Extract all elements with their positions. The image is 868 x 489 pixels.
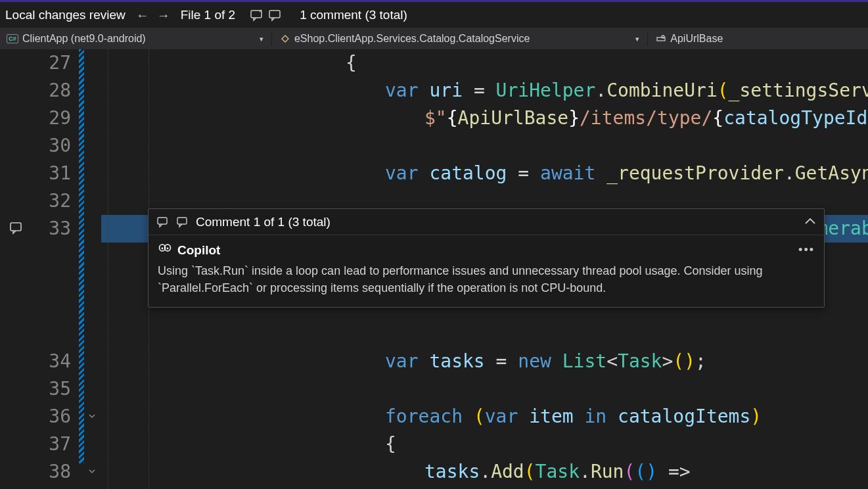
code-line[interactable]: $"{ApiUrlBase}/items/type/{catalogTypeId… (101, 105, 868, 132)
line-number: 32 (33, 187, 71, 215)
prev-comment-icon[interactable] (156, 216, 170, 228)
svg-rect-7 (158, 218, 167, 224)
more-options-button[interactable]: ••• (798, 243, 815, 257)
crumb-namespace-label: eShop.ClientApp.Services.Catalog.Catalog… (294, 33, 530, 45)
comment-popup-body: Copilot ••• Using `Task.Run` inside a lo… (148, 235, 824, 307)
comment-marker-icon[interactable] (9, 221, 24, 237)
next-comment-icon[interactable] (176, 216, 189, 228)
prev-comment-icon[interactable] (250, 9, 264, 22)
glyph-margin: + (0, 49, 33, 489)
code-line[interactable]: var uri = UriHelper.CombineUri(_settings… (101, 77, 868, 105)
csharp-badge-icon: C# (7, 34, 18, 43)
comment-popup-header: Comment 1 of 1 (3 total) (148, 209, 824, 235)
crumb-member-label: ApiUrlBase (670, 33, 723, 45)
code-line[interactable]: var tasks = new List<Task>(); (101, 348, 868, 375)
svg-point-11 (162, 248, 164, 250)
code-line[interactable]: { (101, 49, 868, 77)
code-line[interactable]: var catalog = await _requestProvider.Get… (101, 160, 868, 187)
nav-arrows: ← → (136, 9, 170, 22)
fold-chevron-icon[interactable] (88, 411, 96, 423)
file-counter: File 1 of 2 (181, 8, 235, 22)
crumb-project-label: ClientApp (net9.0-android) (22, 33, 146, 45)
svg-point-3 (662, 35, 664, 38)
line-number: 33 (33, 215, 71, 243)
comment-popup-counter: Comment 1 of 1 (3 total) (196, 215, 331, 229)
copilot-icon (158, 242, 172, 258)
comment-body-text: Using `Task.Run` inside a loop can lead … (158, 262, 815, 296)
svg-rect-1 (269, 11, 280, 18)
comment-popup: Comment 1 of 1 (3 total) Copilot ••• Usi… (148, 208, 825, 308)
crumb-member[interactable]: ApiUrlBase (653, 30, 864, 48)
comment-nav-icons (250, 9, 283, 22)
prev-file-button[interactable]: ← (136, 9, 149, 22)
code-line[interactable] (101, 132, 868, 160)
line-number: 29 (33, 105, 71, 132)
crumb-namespace[interactable]: eShop.ClientApp.Services.Catalog.Catalog… (277, 30, 642, 48)
line-number: 38 (33, 458, 71, 486)
gutter-column (79, 49, 101, 489)
class-icon (280, 34, 290, 44)
line-number: 27 (33, 49, 71, 77)
code-line[interactable] (101, 375, 868, 403)
crumb-project[interactable]: C# ClientApp (net9.0-android) ▾ (4, 30, 266, 48)
code-line[interactable]: tasks.Add(Task.Run(() => (101, 458, 868, 486)
svg-point-12 (167, 248, 169, 250)
next-file-button[interactable]: → (157, 9, 170, 22)
chevron-down-icon: ▾ (635, 35, 639, 43)
breadcrumb-bar: C# ClientApp (net9.0-android) ▾ eShop.Cl… (0, 28, 868, 49)
line-number: 31 (33, 160, 71, 187)
line-number-column: 272829303132333435363738394041 (33, 49, 79, 489)
svg-rect-8 (177, 218, 187, 224)
line-number: 34 (33, 348, 71, 375)
line-number: 28 (33, 77, 71, 105)
comment-author-name: Copilot (177, 243, 220, 258)
comment-author: Copilot (158, 242, 220, 258)
review-title: Local changes review (5, 8, 126, 22)
code-line[interactable]: { (101, 486, 868, 489)
property-icon (656, 34, 666, 44)
next-comment-icon[interactable] (268, 9, 283, 22)
collapse-button[interactable] (804, 214, 816, 229)
fold-chevron-icon[interactable] (88, 466, 96, 478)
line-number: 39 (33, 486, 71, 489)
code-line[interactable]: { (101, 431, 868, 458)
review-top-bar: Local changes review ← → File 1 of 2 1 c… (0, 2, 868, 28)
line-number: 35 (33, 375, 71, 403)
comment-counter: 1 comment (3 total) (300, 8, 407, 22)
line-number: 30 (33, 132, 71, 160)
editor-area: + 272829303132333435363738394041 {var ur… (0, 49, 868, 489)
line-number: 37 (33, 431, 71, 458)
chevron-down-icon: ▾ (260, 35, 263, 43)
svg-rect-4 (11, 223, 21, 231)
code-line[interactable]: foreach (var item in catalogItems) (101, 403, 868, 431)
line-number: 36 (33, 403, 71, 431)
